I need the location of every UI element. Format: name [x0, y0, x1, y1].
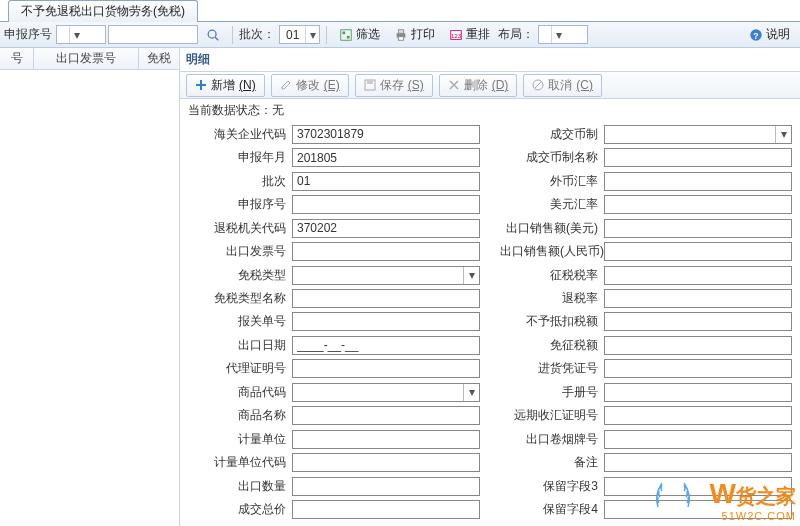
field-label: 进货凭证号 — [500, 360, 598, 377]
field-input[interactable] — [605, 127, 775, 141]
section-title: 明细 — [180, 48, 800, 71]
search-icon — [206, 28, 220, 42]
active-tab[interactable]: 不予免退税出口货物劳务(免税) — [8, 0, 198, 22]
field-input[interactable] — [292, 406, 480, 425]
field-input[interactable] — [604, 266, 792, 285]
field-input[interactable] — [293, 268, 463, 282]
svg-rect-7 — [399, 36, 404, 40]
field-input[interactable] — [292, 453, 480, 472]
toolbar-separator — [326, 26, 327, 44]
form-row: 出口日期 — [188, 335, 480, 355]
field-input[interactable] — [604, 219, 792, 238]
field-label: 报关单号 — [188, 313, 286, 330]
reorder-button[interactable]: 123 重排 — [443, 24, 496, 45]
form-row: 出口销售额(美元) — [500, 218, 792, 238]
field-label: 征税税率 — [500, 267, 598, 284]
layout-select[interactable]: ▾ — [538, 25, 588, 44]
svg-line-1 — [215, 37, 218, 40]
field-input[interactable] — [604, 453, 792, 472]
field-input[interactable] — [292, 172, 480, 191]
form-row: 美元汇率 — [500, 194, 792, 214]
grid-header-cell[interactable]: 出口发票号 — [34, 48, 139, 69]
field-input[interactable] — [604, 172, 792, 191]
reorder-label: 重排 — [466, 26, 490, 43]
form-row: 商品名称 — [188, 406, 480, 426]
field-input[interactable] — [292, 289, 480, 308]
add-button[interactable]: 新增(N) — [186, 74, 265, 97]
field-input[interactable] — [604, 383, 792, 402]
field-input[interactable] — [604, 242, 792, 261]
svg-point-0 — [208, 30, 216, 38]
chevron-down-icon[interactable]: ▾ — [463, 267, 479, 284]
field-select[interactable]: ▾ — [604, 125, 792, 144]
field-label: 商品代码 — [188, 384, 286, 401]
grid-header-row: 号 出口发票号 免税 — [0, 48, 179, 70]
field-input[interactable] — [604, 289, 792, 308]
sbxh-operator-select[interactable]: ▾ — [56, 25, 106, 44]
reorder-icon: 123 — [449, 28, 463, 42]
help-label: 说明 — [766, 26, 790, 43]
delete-button: 删除(D) — [439, 74, 518, 97]
field-label: 退税率 — [500, 290, 598, 307]
field-label: 申报序号 — [188, 196, 286, 213]
field-input[interactable] — [292, 125, 480, 144]
filter-label: 筛选 — [356, 26, 380, 43]
field-input[interactable] — [292, 195, 480, 214]
batch-select[interactable]: 01▾ — [279, 25, 320, 44]
grid-header-cell[interactable]: 号 — [0, 48, 34, 69]
form-row: 计量单位 — [188, 429, 480, 449]
delete-icon — [448, 79, 460, 91]
form-row: 手册号 — [500, 382, 792, 402]
field-input[interactable] — [604, 312, 792, 331]
field-input[interactable] — [293, 385, 463, 399]
field-input[interactable] — [292, 336, 480, 355]
plus-icon — [195, 79, 207, 91]
print-button[interactable]: 打印 — [388, 24, 441, 45]
field-input[interactable] — [292, 500, 480, 519]
chevron-down-icon[interactable]: ▾ — [775, 126, 791, 143]
field-label: 远期收汇证明号 — [500, 407, 598, 424]
chevron-down-icon[interactable]: ▾ — [463, 384, 479, 401]
search-button[interactable] — [200, 26, 226, 44]
watermark: W货之家 51W2C.COM — [710, 478, 796, 522]
field-input[interactable] — [292, 477, 480, 496]
form-row: 批次 — [188, 171, 480, 191]
form-row: 免税类型▾ — [188, 265, 480, 285]
top-toolbar: 申报序号 ▾ 批次： 01▾ 筛选 打印 123 重排 布局： ▾ ? 说明 — [0, 22, 800, 48]
field-input[interactable] — [292, 312, 480, 331]
field-label: 不予抵扣税额 — [500, 313, 598, 330]
chevron-down-icon: ▾ — [305, 26, 319, 43]
field-input[interactable] — [292, 242, 480, 261]
status-label: 当前数据状态： — [188, 103, 272, 117]
field-input[interactable] — [292, 148, 480, 167]
cancel-icon — [532, 79, 544, 91]
filter-button[interactable]: 筛选 — [333, 24, 386, 45]
form-row: 不予抵扣税额 — [500, 312, 792, 332]
sbxh-input[interactable] — [108, 25, 198, 44]
field-input[interactable] — [604, 430, 792, 449]
form-row: 出口卷烟牌号 — [500, 429, 792, 449]
field-input[interactable] — [292, 430, 480, 449]
save-icon — [364, 79, 376, 91]
field-label: 成交总价 — [188, 501, 286, 518]
field-input[interactable] — [292, 359, 480, 378]
sbxh-label: 申报序号 — [4, 26, 52, 43]
form-columns: 海关企业代码申报年月批次申报序号退税机关代码出口发票号免税类型▾免税类型名称报关… — [180, 122, 800, 526]
field-input[interactable] — [604, 148, 792, 167]
field-label: 退税机关代码 — [188, 220, 286, 237]
field-input[interactable] — [604, 195, 792, 214]
print-label: 打印 — [411, 26, 435, 43]
field-input[interactable] — [604, 359, 792, 378]
field-select[interactable]: ▾ — [292, 383, 480, 402]
field-label: 保留字段3 — [500, 478, 598, 495]
field-label: 出口销售额(美元) — [500, 220, 598, 237]
help-button[interactable]: ? 说明 — [743, 24, 796, 45]
field-select[interactable]: ▾ — [292, 266, 480, 285]
field-input[interactable] — [604, 336, 792, 355]
field-input[interactable] — [292, 219, 480, 238]
watermark-url: 51W2C.COM — [710, 510, 796, 522]
grid-header-cell[interactable]: 免税 — [139, 48, 179, 69]
field-input[interactable] — [604, 406, 792, 425]
form-row: 商品代码▾ — [188, 382, 480, 402]
detail-pane: 明细 新增(N) 修改(E) 保存(S) 删除(D) 取消(C) — [180, 48, 800, 526]
